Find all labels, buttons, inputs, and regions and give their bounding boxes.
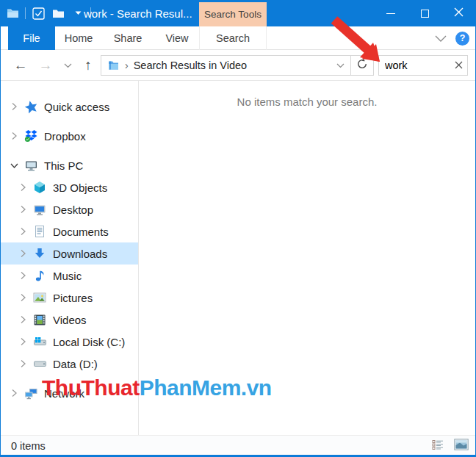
- chevron-right-icon[interactable]: [17, 205, 29, 214]
- sidebar-item-quick-access[interactable]: Quick access: [1, 96, 138, 118]
- window-title: work - Search Resul...: [84, 0, 192, 26]
- tab-view[interactable]: View: [159, 26, 195, 50]
- tab-file[interactable]: File: [8, 26, 55, 50]
- clear-search-button[interactable]: [450, 56, 467, 75]
- sidebar-item-label: Dropbox: [44, 130, 86, 143]
- new-folder-icon[interactable]: [51, 6, 65, 21]
- sidebar-item-label: Pictures: [53, 292, 93, 304]
- results-pane[interactable]: No items match your search.: [139, 81, 475, 435]
- disk-icon: [32, 359, 47, 369]
- tab-search[interactable]: Search: [199, 26, 267, 50]
- sidebar-item-label: Desktop: [53, 204, 93, 216]
- sidebar-item-local-disk-c[interactable]: Local Disk (C:): [1, 331, 138, 353]
- search-tools-contextual-tab[interactable]: Search Tools: [199, 2, 267, 26]
- chevron-right-icon[interactable]: [17, 249, 29, 258]
- sidebar-item-label: Data (D:): [53, 358, 98, 370]
- film-icon: [32, 314, 47, 326]
- refresh-icon: [356, 58, 368, 73]
- breadcrumb[interactable]: Search Results in Video: [134, 60, 248, 71]
- sidebar-item-3d-objects[interactable]: 3D Objects: [1, 176, 138, 198]
- tab-home[interactable]: Home: [58, 26, 99, 50]
- toolbar-divider: [25, 7, 26, 19]
- body-area: Quick accessDropboxThis PC3D ObjectsDesk…: [1, 81, 475, 435]
- sidebar-item-this-pc[interactable]: This PC: [1, 154, 138, 176]
- title-bar: work - Search Resul... Search Tools: [1, 0, 475, 26]
- close-button[interactable]: [441, 0, 475, 26]
- navigation-pane: Quick accessDropboxThis PC3D ObjectsDesk…: [1, 81, 139, 435]
- chevron-right-icon[interactable]: [17, 315, 29, 324]
- chevron-right-icon[interactable]: [17, 227, 29, 236]
- sidebar-item-label: Downloads: [53, 248, 107, 260]
- customize-toolbar-chevron-icon[interactable]: [71, 6, 85, 21]
- help-button[interactable]: ?: [455, 32, 469, 46]
- recent-locations-chevron-icon[interactable]: [61, 50, 74, 81]
- up-button[interactable]: ↑: [79, 50, 98, 81]
- music-icon: [32, 269, 47, 282]
- search-input[interactable]: [385, 60, 450, 71]
- close-icon: [454, 7, 464, 20]
- chevron-right-icon[interactable]: [8, 389, 20, 397]
- sidebar-item-label: Documents: [53, 226, 109, 238]
- expand-ribbon-chevron-icon[interactable]: [435, 32, 447, 45]
- back-button[interactable]: ←: [11, 50, 30, 81]
- address-row: ← → ↑ › Search Results in Video: [1, 50, 475, 81]
- thumbnails-view-button[interactable]: [453, 439, 469, 453]
- sidebar-item-videos[interactable]: Videos: [1, 309, 138, 331]
- sidebar-item-label: Network: [44, 387, 84, 400]
- address-bar[interactable]: › Search Results in Video: [101, 55, 374, 76]
- sidebar-item-downloads[interactable]: Downloads: [1, 242, 138, 265]
- details-view-button[interactable]: [430, 439, 446, 453]
- refresh-button[interactable]: [351, 56, 373, 75]
- sidebar-item-dropbox[interactable]: Dropbox: [1, 125, 138, 147]
- chevron-right-icon[interactable]: [17, 183, 29, 192]
- maximize-icon: [421, 10, 429, 18]
- computer-icon: [24, 159, 38, 172]
- status-bar: 0 items: [1, 435, 475, 456]
- picture-icon: [32, 292, 47, 303]
- cube-icon: [32, 181, 47, 194]
- sidebar-item-label: Videos: [53, 314, 87, 326]
- search-box[interactable]: [378, 55, 468, 76]
- maximize-button[interactable]: [408, 0, 441, 26]
- minimize-icon: [386, 13, 395, 14]
- chevron-right-icon[interactable]: [8, 132, 20, 140]
- quick-access-toolbar: [5, 0, 91, 26]
- address-dropdown-chevron-icon[interactable]: [336, 63, 345, 68]
- network-icon: [24, 387, 38, 400]
- sidebar-item-pictures[interactable]: Pictures: [1, 287, 138, 309]
- window-controls: [374, 0, 475, 26]
- sidebar-item-network[interactable]: Network: [1, 382, 138, 404]
- details-view-icon: [432, 439, 444, 453]
- chevron-right-icon[interactable]: [17, 271, 29, 280]
- download-icon: [32, 247, 47, 260]
- ribbon-tab-row: File Home Share View Search ?: [1, 26, 475, 50]
- sidebar-item-label: Quick access: [44, 101, 109, 113]
- chevron-right-icon[interactable]: [17, 359, 29, 368]
- desktop-icon: [32, 204, 47, 216]
- chevron-right-icon[interactable]: [8, 102, 20, 111]
- properties-icon[interactable]: [31, 6, 46, 21]
- sidebar-item-documents[interactable]: Documents: [1, 220, 138, 242]
- sidebar-item-music[interactable]: Music: [1, 265, 138, 287]
- location-folder-icon: [107, 60, 120, 71]
- star-icon: [24, 100, 38, 114]
- sidebar-item-data-d[interactable]: Data (D:): [1, 353, 138, 375]
- tab-share[interactable]: Share: [108, 26, 148, 50]
- disk-os-icon: [32, 335, 47, 348]
- document-icon: [32, 225, 47, 238]
- sidebar-item-label: This PC: [44, 159, 83, 172]
- breadcrumb-separator: ›: [125, 60, 129, 71]
- minimize-button[interactable]: [374, 0, 408, 26]
- explorer-window: work - Search Resul... Search Tools File…: [0, 0, 476, 457]
- sidebar-item-label: Local Disk (C:): [53, 336, 125, 348]
- sidebar-item-label: Music: [53, 270, 82, 282]
- sidebar-item-label: 3D Objects: [53, 181, 107, 194]
- chevron-down-icon[interactable]: [8, 162, 20, 169]
- thumbnails-view-icon: [454, 439, 469, 453]
- chevron-right-icon[interactable]: [17, 337, 29, 346]
- clear-search-icon: [455, 59, 463, 72]
- sidebar-item-desktop[interactable]: Desktop: [1, 198, 138, 220]
- dropbox-icon: [24, 129, 38, 143]
- chevron-right-icon[interactable]: [17, 293, 29, 302]
- explorer-app-icon: [5, 6, 20, 21]
